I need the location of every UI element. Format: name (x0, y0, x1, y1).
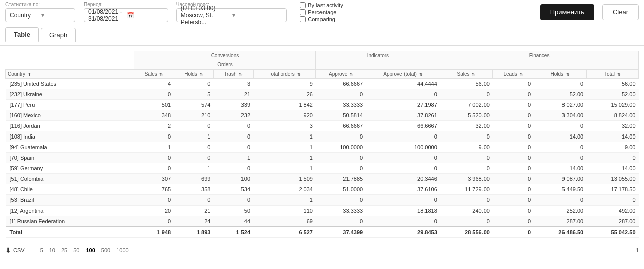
cell-total: 17 178.50 (586, 184, 638, 195)
cell-country: [108] India (6, 131, 134, 142)
tabs-bar: Table Graph (0, 24, 644, 46)
cell-holds: 1 (174, 163, 213, 174)
checkbox-last-activity[interactable]: By last activity (300, 2, 343, 8)
cell-approve-total: 44.4444 (366, 79, 440, 89)
download-icon: ⬇ (5, 246, 11, 254)
cell-fin-holds: 0 (534, 153, 586, 163)
cell-holds: 0 (174, 153, 213, 163)
cell-country: [232] Ukraine (6, 89, 134, 100)
cell-total-orders: 3 (253, 121, 316, 131)
cell-approve-total: 37.6106 (366, 184, 440, 195)
col-total-orders[interactable]: Total orders ⇅ (253, 70, 316, 79)
checkbox-percentage[interactable]: Percentage (300, 9, 343, 15)
checkbox-percentage-input[interactable] (300, 9, 306, 15)
cell-approve: 21.7885 (316, 174, 366, 184)
col-holds[interactable]: Holds ⇅ (174, 70, 213, 79)
cell-total-orders: 1 (253, 163, 316, 174)
cell-fin-sales: 0 (440, 89, 493, 100)
cell-sales: 0 (134, 163, 174, 174)
cell-total: 287.00 (586, 216, 638, 227)
cell-fin-sales: 0 (440, 163, 493, 174)
page-size-100[interactable]: 100 (85, 247, 97, 254)
page-size-500[interactable]: 500 (100, 247, 112, 254)
col-sales[interactable]: Sales ⇅ (134, 70, 174, 79)
sort-icon-trash: ⇅ (239, 72, 243, 77)
timezone-select[interactable]: (UTC+03:00) Moscow, St. Petersb... ▾ (176, 8, 287, 22)
cell-total: 15 029.00 (586, 100, 638, 110)
page-size-1000[interactable]: 1000 (115, 247, 130, 254)
cell-total-trash: 1 524 (213, 227, 253, 238)
cell-trash: 534 (213, 184, 253, 195)
finances-section: Finances (440, 51, 639, 60)
csv-download-button[interactable]: ⬇ CSV (5, 246, 25, 254)
cell-trash: 0 (213, 195, 253, 206)
apply-button[interactable]: Применить (540, 4, 594, 20)
tab-table[interactable]: Table (5, 27, 39, 42)
col-approve[interactable]: Approve ⇅ (316, 70, 366, 79)
cell-total-orders: 1 509 (253, 174, 316, 184)
cell-country: [48] Chile (6, 184, 134, 195)
cell-holds: 699 (174, 174, 213, 184)
chevron-down-icon: ▾ (41, 12, 71, 19)
cell-total: 9.00 (586, 142, 638, 153)
cell-approve: 0 (316, 163, 366, 174)
cell-country: [59] Germany (6, 163, 134, 174)
cell-fin-holds: 9 087.00 (534, 174, 586, 184)
statistic-select[interactable]: Country ▾ (5, 8, 75, 22)
cell-approve: 66.6667 (316, 121, 366, 131)
checkbox-comparing-input[interactable] (300, 16, 306, 22)
cell-leads: 0 (493, 110, 534, 121)
cell-sales: 501 (134, 100, 174, 110)
sort-icon-fin-sales: ⇅ (472, 72, 475, 77)
col-country[interactable]: Country ⬆ (6, 70, 134, 79)
cell-fin-sales: 0 (440, 195, 493, 206)
cell-approve: 51.0000 (316, 184, 366, 195)
cell-country: [12] Argentina (6, 206, 134, 216)
table-row: [232] Ukraine 0 5 21 26 0 0 0 0 52.00 52… (6, 89, 639, 100)
page-size-50[interactable]: 50 (72, 247, 81, 254)
current-page: 1 (636, 247, 639, 253)
checkbox-last-activity-input[interactable] (300, 2, 306, 8)
cell-country: [70] Spain (6, 153, 134, 163)
cell-total-approve: 37.4399 (316, 227, 366, 238)
table-row: [70] Spain 0 0 1 1 0 0 0 0 0 0 (6, 153, 639, 163)
cell-approve-total: 20.3446 (366, 174, 440, 184)
cell-total-orders: 9 (253, 79, 316, 89)
cell-leads: 0 (493, 184, 534, 195)
cell-total-orders: 26 (253, 89, 316, 100)
cell-fin-sales: 56.00 (440, 79, 493, 89)
data-table: Conversions Indicators Finances Orders (5, 51, 639, 238)
col-leads[interactable]: Leads ⇅ (493, 70, 534, 79)
cell-holds: 21 (174, 206, 213, 216)
period-field: Период: 01/08/2021 - 31/08/2021 📅 (84, 2, 168, 22)
col-fin-sales[interactable]: Sales ⇅ (440, 70, 493, 79)
sort-icon-approve: ⇅ (350, 72, 353, 77)
col-total[interactable]: Total ⇅ (586, 70, 638, 79)
page-size-25[interactable]: 25 (60, 247, 69, 254)
cell-fin-holds: 52.00 (534, 89, 586, 100)
tab-graph[interactable]: Graph (41, 28, 76, 42)
col-fin-holds[interactable]: Holds ⇅ (534, 70, 586, 79)
checkbox-comparing[interactable]: Comparing (300, 16, 343, 22)
cell-country: [53] Brazil (6, 195, 134, 206)
page-size-10[interactable]: 10 (48, 247, 57, 254)
cell-fin-holds: 5 449.50 (534, 184, 586, 195)
cell-trash: 3 (213, 79, 253, 89)
cell-fin-holds: 8 027.00 (534, 100, 586, 110)
cell-holds: 1 (174, 131, 213, 142)
cell-total: 56.00 (586, 79, 638, 89)
table-row: [108] India 0 1 0 1 0 0 0 0 14.00 14.00 (6, 131, 639, 142)
cell-fin-holds: 0 (534, 79, 586, 89)
page-size-5[interactable]: 5 (39, 247, 45, 254)
indicators-empty-sub (316, 60, 440, 70)
col-trash[interactable]: Trash ⇅ (213, 70, 253, 79)
clear-button[interactable]: Clear (602, 4, 639, 20)
sort-icon-total: ⇅ (617, 72, 621, 77)
table-row: [116] Jordan 2 0 0 3 66.6667 66.6667 32.… (6, 121, 639, 131)
cell-leads: 0 (493, 79, 534, 89)
col-approve-total[interactable]: Approve (total) ⇅ (366, 70, 440, 79)
cell-leads: 0 (493, 121, 534, 131)
cell-sales: 2 (134, 121, 174, 131)
period-input[interactable]: 01/08/2021 - 31/08/2021 📅 (84, 8, 168, 22)
cell-fin-holds: 3 304.00 (534, 110, 586, 121)
